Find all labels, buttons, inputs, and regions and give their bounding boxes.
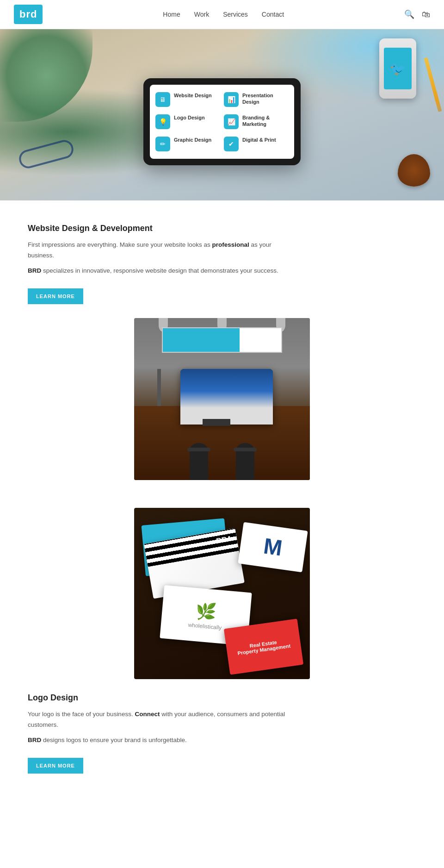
mockup-stool-left	[190, 443, 208, 480]
hero-banner: 🐦 🖥 Website Design 📊 Presentation Design…	[0, 29, 444, 200]
nav-work[interactable]: Work	[194, 11, 209, 18]
tablet-item-branding: 📈 Branding & Marketing	[224, 112, 289, 131]
logo-learn-more-button[interactable]: LEARN MORE	[28, 758, 83, 774]
tablet-label-presentation: Presentation Design	[242, 92, 289, 106]
tablet-item-logo: 💡 Logo Design	[155, 112, 220, 131]
logo-card-wholelistically-text: wholelistically	[188, 621, 222, 631]
tablet-label-logo: Logo Design	[174, 114, 205, 121]
logo-section-text1: Your logo is the face of your business. …	[28, 709, 296, 731]
tablet-label-digital: Digital & Print	[242, 137, 276, 143]
website-section-text1: First impressions are everything. Make s…	[28, 240, 296, 261]
logo-section-text2: BRD designs logos to ensure your brand i…	[28, 735, 296, 746]
main-content: Website Design & Development First impre…	[0, 200, 444, 824]
tablet-item-presentation: 📊 Presentation Design	[224, 90, 289, 109]
website-mockup-image	[134, 318, 310, 480]
nav: Home Work Services Contact	[163, 10, 284, 19]
logo-card-wholelistically-icon: 🌿	[195, 601, 217, 622]
header: brd Home Work Services Contact 🔍 🛍	[0, 0, 444, 29]
website-text1-start: First impressions are everything. Make s…	[28, 241, 212, 248]
cart-icon[interactable]: 🛍	[422, 10, 430, 19]
tablet-label-branding: Branding & Marketing	[242, 114, 289, 128]
website-section: Website Design & Development First impre…	[28, 224, 416, 480]
logo-text1-bold: Connect	[135, 711, 160, 718]
tablet-item-digital: ✔ Digital & Print	[224, 135, 289, 153]
logo-text2-end: designs logos to ensure your brand is un…	[41, 737, 186, 743]
tablet-icon-branding: 📈	[224, 114, 239, 129]
logo-section: Solar P☀wer BRA 🌿 wholelistically Real E…	[28, 508, 416, 774]
website-text2-end: specializes in innovative, responsive we…	[41, 267, 278, 274]
logo-text1-start: Your logo is the face of your business.	[28, 711, 135, 718]
mockup-monitor-screen	[180, 369, 273, 425]
hero-tablet: 🖥 Website Design 📊 Presentation Design 💡…	[143, 78, 301, 165]
tablet-label-graphic: Graphic Design	[174, 137, 211, 143]
tablet-item-website: 🖥 Website Design	[155, 90, 220, 109]
logo-card-letter-m: M	[262, 535, 284, 560]
mockup-banner	[162, 327, 282, 353]
tablet-label-website: Website Design	[174, 92, 212, 99]
nav-contact[interactable]: Contact	[262, 11, 284, 18]
mockup-monitor	[180, 369, 273, 425]
logo-card-realestate: Real EstateProperty Management	[224, 618, 303, 674]
tablet-icon-presentation: 📊	[224, 92, 239, 107]
mockup-lamp	[157, 369, 161, 406]
tablet-screen: 🖥 Website Design 📊 Presentation Design 💡…	[150, 85, 294, 159]
tablet-icon-digital: ✔	[224, 137, 239, 151]
logo-card-letter: M	[238, 522, 308, 573]
logo-section-title: Logo Design	[28, 693, 416, 703]
hero-phone-decoration: 🐦	[379, 38, 416, 99]
website-section-text2: BRD specializes in innovative, responsiv…	[28, 266, 296, 276]
tablet-icon-website: 🖥	[155, 92, 170, 107]
logo-text2-bold: BRD	[28, 737, 41, 743]
logo-card-realestate-text: Real EstateProperty Management	[236, 637, 291, 656]
website-text1-bold: professional	[212, 241, 249, 248]
tablet-item-graphic: ✏ Graphic Design	[155, 135, 220, 153]
website-learn-more-button[interactable]: LEARN MORE	[28, 288, 83, 304]
logo[interactable]: brd	[14, 5, 43, 24]
tablet-icon-logo: 💡	[155, 114, 170, 129]
nav-home[interactable]: Home	[163, 11, 180, 18]
tablet-icon-graphic: ✏	[155, 137, 170, 151]
mockup-stools	[134, 425, 310, 480]
hero-phone-screen: 🐦	[384, 48, 412, 89]
logo-mockup-image: Solar P☀wer BRA 🌿 wholelistically Real E…	[134, 508, 310, 679]
nav-services[interactable]: Services	[223, 11, 248, 18]
mockup-stool-right	[236, 443, 254, 480]
search-icon[interactable]: 🔍	[404, 9, 414, 19]
header-actions: 🔍 🛍	[404, 9, 430, 19]
website-text2-bold: BRD	[28, 267, 41, 274]
website-section-title: Website Design & Development	[28, 224, 416, 233]
